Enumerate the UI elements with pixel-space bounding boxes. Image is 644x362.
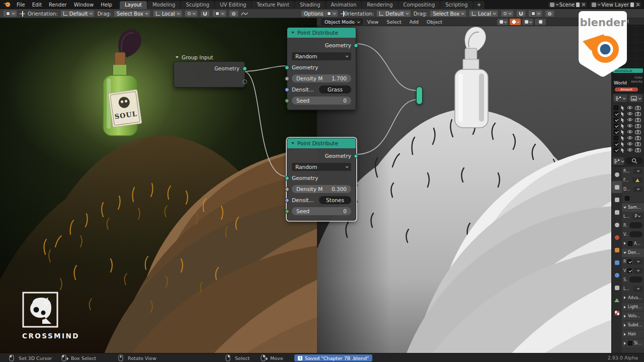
outliner-search[interactable] xyxy=(625,157,643,164)
tab-compositing[interactable]: Compositing xyxy=(398,1,440,9)
mode-dropdown[interactable]: Object Mode xyxy=(321,19,363,25)
seed-socket[interactable] xyxy=(285,99,289,103)
advanced-row[interactable]: Adva... xyxy=(622,293,644,302)
overlays-dropdown[interactable] xyxy=(522,19,533,25)
tab-view-layer[interactable] xyxy=(612,206,622,218)
tab-animation[interactable]: Animation xyxy=(326,1,362,9)
selectability-checkbox[interactable] xyxy=(614,112,618,116)
denoise-viewport-row[interactable]: V... xyxy=(622,266,644,275)
tab-material[interactable] xyxy=(612,307,622,319)
remove-view-layer-icon[interactable] xyxy=(635,3,639,7)
tab-scripting[interactable]: Scripting xyxy=(440,1,472,9)
outliner-filter-dropdown[interactable] xyxy=(629,95,643,102)
input-passes-row[interactable]: L... xyxy=(622,284,644,293)
selectability-checkbox[interactable] xyxy=(614,118,618,122)
seed-field[interactable]: Seed0 xyxy=(292,97,351,105)
unlink-scene-icon[interactable] xyxy=(581,3,585,7)
checkbox-row[interactable] xyxy=(622,194,644,203)
selectability-checkbox[interactable] xyxy=(614,106,618,110)
tab-modifiers[interactable] xyxy=(612,256,622,268)
outliner-display-mode-dropdown[interactable] xyxy=(613,95,627,102)
option-checkbox[interactable] xyxy=(628,341,632,345)
density-max-field[interactable]: Density M0.300 xyxy=(292,185,351,193)
scene-selector[interactable]: Scene xyxy=(547,1,588,8)
outliner-row[interactable] xyxy=(613,141,643,147)
collapse-icon[interactable] xyxy=(291,32,294,34)
snap-with-dropdown[interactable]: Local xyxy=(469,10,498,17)
viewport-rendered[interactable]: SOUL CROSSMIND xyxy=(0,18,317,353)
new-scene-icon[interactable] xyxy=(576,3,580,7)
outliner[interactable] xyxy=(612,93,644,166)
editor-type-button[interactable] xyxy=(324,10,338,17)
tab-tool[interactable] xyxy=(612,168,622,180)
node-collapsed-group-output[interactable] xyxy=(416,86,423,105)
menu-select[interactable]: Select xyxy=(383,19,405,25)
orientation-dropdown[interactable]: Default xyxy=(60,10,95,17)
render-engine-row[interactable]: R... xyxy=(622,166,644,175)
move-tool-icon[interactable] xyxy=(341,11,341,17)
orientation-dropdown[interactable]: Default xyxy=(376,10,411,17)
menu-window[interactable]: Window xyxy=(70,2,97,8)
section-hair[interactable]: Hair xyxy=(622,329,644,338)
tab-shading[interactable]: Shading xyxy=(295,1,326,9)
device-row[interactable]: D... xyxy=(622,185,644,194)
tab-sculpting[interactable]: Sculpting xyxy=(181,1,214,9)
collapse-icon[interactable] xyxy=(291,142,294,144)
selectability-checkbox[interactable] xyxy=(614,148,618,152)
geometry-input-socket[interactable] xyxy=(285,176,289,180)
outliner-row[interactable] xyxy=(613,129,643,135)
node-point-distribute-2[interactable]: Point Distribute Geometry Random Geometr… xyxy=(287,138,356,221)
tab-scene[interactable] xyxy=(612,219,622,231)
viewport-solid[interactable]: Object Mode View Select Add Object xyxy=(317,18,611,353)
adaptive-sampling-row[interactable]: Ad... xyxy=(622,239,644,248)
tab-physics[interactable] xyxy=(612,269,622,281)
snap-target-dropdown[interactable] xyxy=(528,10,542,17)
density-max-field[interactable]: Density M1.700 xyxy=(292,74,351,82)
option-checkbox[interactable] xyxy=(628,241,632,246)
section-simplify[interactable]: Simpl... xyxy=(622,338,644,347)
move-tool-icon[interactable] xyxy=(20,11,25,17)
node-header[interactable]: Point Distribute xyxy=(287,138,356,148)
geometry-output-socket[interactable] xyxy=(354,43,358,48)
drag-dropdown[interactable]: Select Box xyxy=(430,10,466,17)
falloff-curve-icon[interactable] xyxy=(241,11,248,16)
tab-layout[interactable]: Layout xyxy=(120,1,147,9)
outliner-row[interactable] xyxy=(613,135,643,141)
section-light-paths[interactable]: Light Pa... xyxy=(622,302,644,311)
outliner-row[interactable] xyxy=(613,123,643,129)
option-checkbox[interactable] xyxy=(627,259,632,264)
menu-view[interactable]: View xyxy=(364,19,382,25)
density-attribute-field[interactable]: Stones xyxy=(319,196,351,204)
tab-constraints[interactable] xyxy=(612,282,622,294)
snap-toggle[interactable] xyxy=(200,10,210,17)
drag-dropdown[interactable]: Select Box xyxy=(114,10,150,17)
density-attribute-socket[interactable] xyxy=(285,87,289,92)
snap-target-dropdown[interactable] xyxy=(212,10,226,17)
integrator-row[interactable]: L...P xyxy=(622,212,644,221)
node-point-distribute-1[interactable]: Point Distribute Geometry Random Geometr… xyxy=(287,27,356,110)
feature-set-row[interactable]: F... xyxy=(622,175,644,185)
gizmos-dropdown[interactable] xyxy=(510,19,521,25)
tab-output[interactable] xyxy=(612,194,622,206)
selectability-checkbox[interactable] xyxy=(614,124,618,128)
outliner-row[interactable] xyxy=(613,111,643,117)
start-sample-row[interactable]: S... xyxy=(622,275,644,284)
section-denoising[interactable]: Denoi... xyxy=(622,248,644,257)
tab-texture-paint[interactable]: Texture Paint xyxy=(252,1,294,9)
section-sampling[interactable]: Sampli... xyxy=(622,203,644,212)
geometry-output-socket[interactable] xyxy=(243,66,247,71)
outliner-row[interactable] xyxy=(613,105,643,111)
density-attribute-field[interactable]: Grass xyxy=(319,85,351,94)
node-amount-fragment[interactable]: Amount xyxy=(615,87,638,92)
tab-uv-editing[interactable]: UV Editing xyxy=(215,1,251,9)
tab-world[interactable] xyxy=(612,231,622,243)
filter-collection-dropdown[interactable] xyxy=(613,157,624,165)
geometry-input-socket[interactable] xyxy=(285,65,289,70)
option-checkbox[interactable] xyxy=(625,196,629,201)
snap-toggle[interactable] xyxy=(516,10,526,17)
section-volumes[interactable]: Volume... xyxy=(622,311,644,320)
selectability-checkbox[interactable] xyxy=(614,142,618,146)
node-group-input[interactable]: Group Input Geometry xyxy=(174,53,245,87)
tab-object[interactable] xyxy=(612,244,622,256)
pivot-point-dropdown[interactable] xyxy=(185,10,198,17)
